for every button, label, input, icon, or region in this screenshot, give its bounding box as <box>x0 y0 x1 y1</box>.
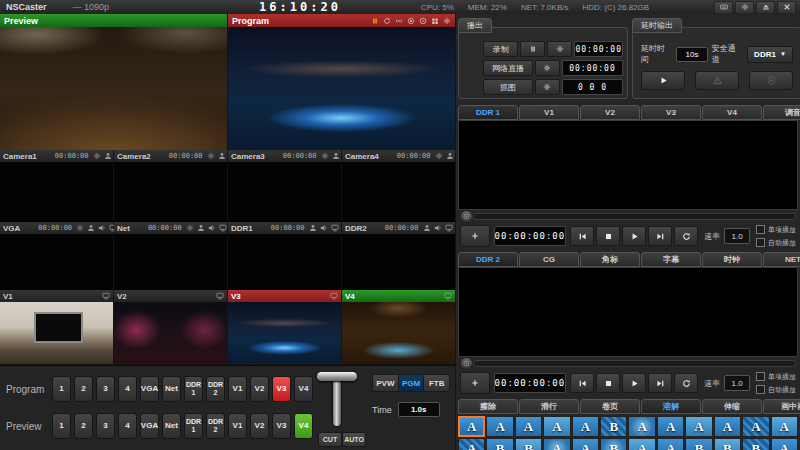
ddr1-tab-调音[interactable]: 调音 <box>763 105 800 120</box>
video-thumbnail[interactable] <box>0 162 113 222</box>
snapshot-settings-button[interactable] <box>535 79 560 95</box>
stream-button[interactable]: 网络直播 <box>483 60 533 76</box>
ddr1-rate-input[interactable]: 1.0 <box>724 228 750 244</box>
transition-effect-tile-8[interactable]: A <box>657 416 684 437</box>
ddr1-tab-v1[interactable]: V1 <box>519 105 579 120</box>
record-icon[interactable] <box>407 17 415 25</box>
ddr1-play-button[interactable] <box>622 226 646 246</box>
program-bus-vga[interactable]: VGA <box>140 376 159 402</box>
video-thumbnail[interactable] <box>342 302 455 364</box>
transition-effect-tile-7[interactable]: A <box>628 416 655 437</box>
ddr1-tab-ddr1[interactable]: DDR 1 <box>458 105 518 120</box>
transition-effect-tile-13[interactable]: A <box>458 438 485 450</box>
transition-effect-tile-1[interactable]: A <box>458 416 485 437</box>
ddr2-tab-net[interactable]: NET <box>763 252 800 267</box>
transitions-tab-画中画[interactable]: 画中画 <box>763 399 800 414</box>
transition-time-input[interactable]: 1.0s <box>398 402 440 417</box>
program-bus-3[interactable]: 3 <box>96 376 115 402</box>
t-bar[interactable] <box>330 372 344 428</box>
program-bus-v1[interactable]: V1 <box>228 376 247 402</box>
ddr2-seek-track[interactable] <box>473 360 796 367</box>
program-bus-1[interactable]: 1 <box>52 376 71 402</box>
delay-play-button[interactable] <box>641 71 685 90</box>
transition-effect-tile-4[interactable]: A <box>543 416 570 437</box>
record-settings-button[interactable] <box>547 41 572 57</box>
video-thumbnail[interactable] <box>114 162 227 222</box>
pause-icon[interactable] <box>371 17 379 25</box>
transition-effect-tile-18[interactable]: B <box>600 438 627 450</box>
minimize-button[interactable] <box>756 1 775 14</box>
transition-effect-tile-5[interactable]: A <box>572 416 599 437</box>
pgm-mode-button[interactable]: PGM <box>399 375 425 391</box>
gear-icon[interactable] <box>443 17 451 25</box>
program-bus-ddr1[interactable]: DDR1 <box>184 376 203 402</box>
pvw-mode-button[interactable]: PVW <box>373 375 399 391</box>
transition-effect-tile-21[interactable]: B <box>685 438 712 450</box>
transition-effect-tile-24[interactable]: A <box>771 438 798 450</box>
transition-effect-tile-23[interactable]: B <box>742 438 769 450</box>
delay-output-tab[interactable]: 延时输出 <box>632 18 682 33</box>
ddr2-next-button[interactable] <box>648 373 672 393</box>
preview-video[interactable] <box>0 27 227 150</box>
program-bus-net[interactable]: Net <box>162 376 181 402</box>
keyboard-button[interactable] <box>714 1 733 14</box>
transition-effect-tile-10[interactable]: A <box>714 416 741 437</box>
preview-bus-v2[interactable]: V2 <box>250 413 269 439</box>
ddr1-single-play-checkbox[interactable]: 单项播放 <box>756 225 796 235</box>
ddr1-seekbar[interactable] <box>460 211 796 221</box>
program-bus-4[interactable]: 4 <box>118 376 137 402</box>
video-thumbnail[interactable] <box>228 162 341 222</box>
ddr2-prev-button[interactable] <box>570 373 594 393</box>
ddr2-tab-cg[interactable]: CG <box>519 252 579 267</box>
preview-bus-v3[interactable]: V3 <box>272 413 291 439</box>
ddr2-media-list[interactable] <box>458 267 798 357</box>
preview-bus-3[interactable]: 3 <box>96 413 115 439</box>
ddr1-seek-knob[interactable] <box>460 210 473 223</box>
ddr1-stop-button[interactable] <box>596 226 620 246</box>
ddr1-next-button[interactable] <box>648 226 672 246</box>
ddr2-tab-角标[interactable]: 角标 <box>580 252 640 267</box>
ddr1-auto-play-checkbox[interactable]: 自动播放 <box>756 238 796 248</box>
ddr1-tab-v4[interactable]: V4 <box>702 105 762 120</box>
program-video[interactable] <box>228 27 455 150</box>
preview-bus-v4[interactable]: V4 <box>294 413 313 439</box>
program-bus-2[interactable]: 2 <box>74 376 93 402</box>
transition-effect-tile-19[interactable]: A <box>628 438 655 450</box>
preview-bus-ddr1[interactable]: DDR1 <box>184 413 203 439</box>
transition-effect-tile-9[interactable]: A <box>685 416 712 437</box>
snapshot-button[interactable]: 抓图 <box>483 79 533 95</box>
program-bus-ddr2[interactable]: DDR2 <box>206 376 225 402</box>
video-thumbnail[interactable] <box>0 234 113 290</box>
program-bus-v3[interactable]: V3 <box>272 376 291 402</box>
transition-effect-tile-12[interactable]: A <box>771 416 798 437</box>
transition-effect-tile-14[interactable]: B <box>486 438 513 450</box>
ddr1-media-list[interactable] <box>458 120 798 210</box>
video-thumbnail[interactable] <box>0 302 113 364</box>
preview-bus-ddr2[interactable]: DDR2 <box>206 413 225 439</box>
ddr1-prev-button[interactable] <box>570 226 594 246</box>
transition-effect-tile-17[interactable]: A <box>572 438 599 450</box>
refresh-icon[interactable] <box>383 17 391 25</box>
settings-button[interactable] <box>735 1 754 14</box>
ddr2-seekbar[interactable] <box>460 358 796 368</box>
ddr2-tab-字幕[interactable]: 字幕 <box>641 252 701 267</box>
record-button[interactable]: 录制 <box>483 41 518 57</box>
t-bar-handle[interactable] <box>317 372 357 381</box>
program-bus-v2[interactable]: V2 <box>250 376 269 402</box>
transition-effect-tile-20[interactable]: A <box>657 438 684 450</box>
disc-icon[interactable] <box>419 17 427 25</box>
record-pause-button[interactable] <box>520 41 545 57</box>
video-thumbnail[interactable] <box>114 302 227 364</box>
preview-bus-vga[interactable]: VGA <box>140 413 159 439</box>
delay-safe-button[interactable] <box>749 71 793 90</box>
ddr1-loop-button[interactable] <box>674 226 698 246</box>
transition-effect-tile-11[interactable]: A <box>742 416 769 437</box>
ddr2-single-play-checkbox[interactable]: 单项播放 <box>756 372 796 382</box>
transitions-tab-卷页[interactable]: 卷页 <box>580 399 640 414</box>
ddr1-tab-v2[interactable]: V2 <box>580 105 640 120</box>
program-bus-v4[interactable]: V4 <box>294 376 313 402</box>
ddr1-seek-track[interactable] <box>473 213 796 220</box>
preview-bus-net[interactable]: Net <box>162 413 181 439</box>
transitions-tab-伸缩[interactable]: 伸缩 <box>702 399 762 414</box>
ddr2-tab-ddr2[interactable]: DDR 2 <box>458 252 518 267</box>
